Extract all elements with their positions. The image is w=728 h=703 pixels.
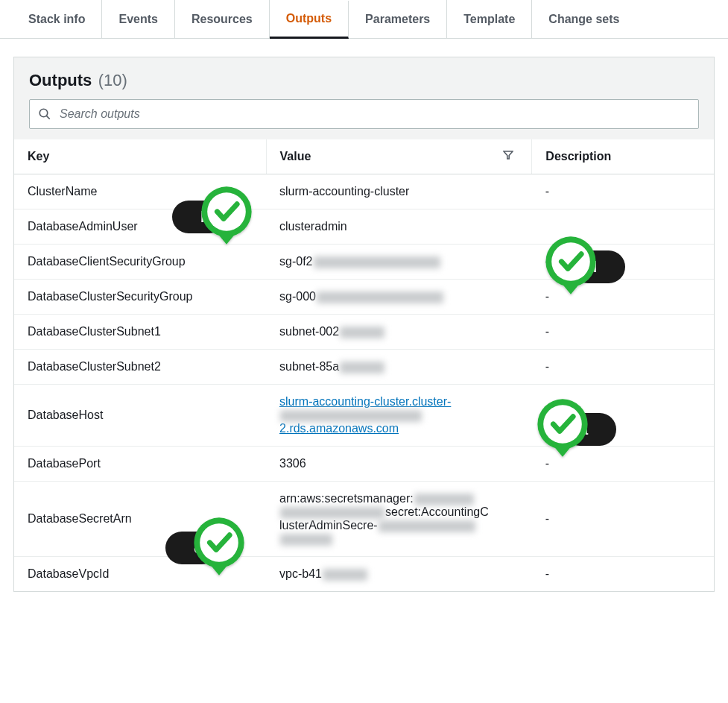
value-text: arn:aws:secretsmanager:: [279, 492, 414, 505]
value-text: clusteradmin: [279, 220, 347, 233]
tab-outputs[interactable]: Outputs: [270, 1, 349, 39]
cell-value: vpc-b41: [266, 557, 532, 592]
search-icon: [38, 107, 51, 121]
value-text: 3306: [279, 457, 306, 470]
table-row: DatabaseVpcIdvpc-b41 -: [14, 557, 714, 592]
cell-value: subnet-85a: [266, 350, 532, 385]
value-link[interactable]: slurm-accounting-cluster.cluster-: [279, 395, 451, 408]
column-header-value[interactable]: Value: [266, 139, 532, 174]
cell-value: subnet-002: [266, 315, 532, 350]
column-header-description-label: Description: [545, 150, 611, 163]
cell-description: -: [532, 245, 714, 280]
cell-key: DatabaseVpcId: [14, 557, 266, 592]
table-row: DatabaseClientSecurityGroupsg-0f2 -: [14, 245, 714, 280]
cell-description: -: [532, 447, 714, 482]
tab-template[interactable]: Template: [447, 0, 532, 38]
table-row: DatabasePort3306-: [14, 447, 714, 482]
cell-key: DatabaseAdminUser: [14, 209, 266, 245]
value-link[interactable]: 2.rds.amazonaws.com: [279, 422, 399, 435]
cell-key: DatabaseSecretArn: [14, 482, 266, 557]
value-text: sg-0f2: [279, 255, 312, 268]
cell-value: 3306: [266, 447, 532, 482]
filter-icon: [503, 150, 513, 163]
redacted-segment: [280, 410, 422, 422]
column-header-key[interactable]: Key: [14, 139, 266, 174]
tab-change-sets[interactable]: Change sets: [532, 0, 636, 38]
table-row: DatabaseSecretArnarn:aws:secretsmanager:…: [14, 482, 714, 557]
redacted-segment: [340, 362, 384, 373]
cell-key: DatabaseClusterSubnet1: [14, 315, 266, 350]
redacted-segment: [414, 494, 474, 505]
cell-key: DatabaseHost: [14, 385, 266, 447]
cell-description: -: [532, 174, 714, 209]
svg-line-1: [47, 116, 50, 119]
table-row: DatabaseClusterSecurityGroupsg-000 -: [14, 280, 714, 315]
value-text: slurm-accounting-cluster: [279, 185, 409, 198]
redacted-segment: [340, 327, 384, 338]
cell-description: -: [532, 350, 714, 385]
cell-description: -: [532, 315, 714, 350]
cell-value: clusteradmin: [266, 209, 532, 245]
svg-point-0: [39, 109, 48, 117]
value-text: subnet-85a: [279, 360, 339, 373]
panel-count: (10): [98, 71, 127, 89]
cell-key: ClusterName: [14, 174, 266, 209]
cell-value: slurm-accounting-cluster: [266, 174, 532, 209]
redacted-segment: [314, 256, 440, 268]
cell-description: -: [532, 482, 714, 557]
redacted-segment: [280, 507, 384, 519]
tab-events[interactable]: Events: [102, 0, 174, 38]
value-text: sg-000: [279, 290, 316, 303]
cell-value: slurm-accounting-cluster.cluster- 2.rds.…: [266, 385, 532, 447]
column-header-value-label: Value: [280, 150, 311, 163]
column-header-key-label: Key: [28, 150, 49, 163]
search-input[interactable]: [29, 99, 699, 129]
redacted-segment: [317, 291, 443, 303]
table-row: DatabaseHostslurm-accounting-cluster.clu…: [14, 385, 714, 447]
cell-description: -: [532, 557, 714, 592]
cell-value: sg-000: [266, 280, 532, 315]
cell-key: DatabaseClusterSecurityGroup: [14, 280, 266, 315]
tab-stack-info[interactable]: Stack info: [12, 0, 102, 38]
cell-description: -: [532, 385, 714, 447]
panel-header: Outputs (10): [14, 57, 714, 139]
value-text: vpc-b41: [279, 567, 322, 580]
value-text: subnet-002: [279, 325, 339, 338]
cell-value: sg-0f2: [266, 245, 532, 280]
tab-resources[interactable]: Resources: [175, 0, 270, 38]
cell-key: DatabasePort: [14, 447, 266, 482]
cell-description: -: [532, 280, 714, 315]
column-header-description[interactable]: Description: [532, 139, 714, 174]
outputs-panel: Outputs (10) Key Value: [13, 57, 715, 592]
table-row: ClusterNameslurm-accounting-cluster-: [14, 174, 714, 209]
outputs-table: Key Value Description ClusterNameslurm-a…: [14, 139, 714, 591]
value-text: secret:AccountingC: [385, 505, 489, 518]
tabs-bar: Stack infoEventsResourcesOutputsParamete…: [0, 0, 728, 39]
cell-value: arn:aws:secretsmanager: secret:Accountin…: [266, 482, 532, 557]
table-row: DatabaseClusterSubnet1subnet-002 -: [14, 315, 714, 350]
panel-title: Outputs: [29, 71, 92, 90]
cell-key: DatabaseClientSecurityGroup: [14, 245, 266, 280]
cell-key: DatabaseClusterSubnet2: [14, 350, 266, 385]
table-row: DatabaseClusterSubnet2subnet-85a -: [14, 350, 714, 385]
value-text: lusterAdminSecre-: [279, 519, 378, 532]
cell-description: [532, 209, 714, 245]
search-wrap: [29, 99, 699, 129]
redacted-segment: [379, 520, 475, 532]
redacted-segment: [280, 534, 332, 546]
redacted-segment: [323, 569, 367, 581]
tab-parameters[interactable]: Parameters: [349, 0, 447, 38]
table-row: DatabaseAdminUserclusteradmin: [14, 209, 714, 245]
